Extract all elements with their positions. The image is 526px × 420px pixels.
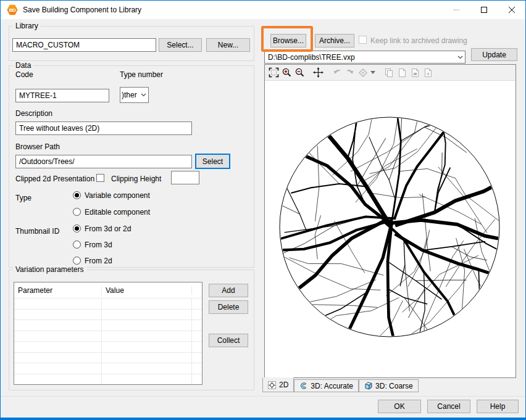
description-input[interactable]: Tree without leaves (2D) [15,121,192,135]
zoom-out-button[interactable] [293,67,306,79]
table-cell[interactable] [14,320,102,331]
library-name-input[interactable]: MACRO_CUSTOM [12,38,156,52]
radio-label: From 2d [85,257,112,265]
radio-from-3d-or-2d[interactable]: From 3d or 2d [73,224,131,233]
radio-editable-component[interactable]: Editable component [73,208,150,216]
copy-drawing-button [382,67,395,79]
collect-parameters-button[interactable]: Collect [209,334,248,347]
table-cell[interactable] [192,331,202,342]
copy-drawing-icon [384,68,394,78]
radio-variable-component[interactable]: Variable component [73,191,150,199]
zoom-in-button[interactable] [280,67,293,79]
table-row[interactable] [14,331,202,342]
help-button[interactable]: Help [477,400,519,413]
radio-indicator[interactable] [73,191,81,199]
table-cell[interactable] [14,299,102,309]
type-label: Type [15,194,31,202]
clipping-height-label: Clipping Height [111,175,161,183]
view-2d-icon [268,381,276,389]
table-row[interactable] [14,363,202,374]
code-input[interactable]: MYTREE-1 [15,89,109,102]
table-cell[interactable] [192,310,202,320]
variation-parameters-table[interactable]: ParameterValue [14,282,202,385]
update-button[interactable]: Update [471,48,517,61]
table-cell[interactable] [14,331,102,342]
select-library-button[interactable]: Select... [159,38,202,52]
chevron-down-icon [138,93,148,97]
tab-label: 2D [279,381,288,389]
radio-indicator[interactable] [73,208,81,216]
tree-drawing [265,81,516,377]
table-row[interactable] [14,353,202,364]
radio-from-2d[interactable]: From 2d [73,257,131,265]
table-row[interactable] [14,374,202,385]
table-cell[interactable] [102,331,192,342]
archive-path-combo[interactable]: D:\BD-complibs\TREE.vxp [264,51,465,64]
rotate-view-right-icon [345,68,355,78]
table-cell[interactable] [14,342,102,352]
ok-button[interactable]: OK [378,400,421,413]
table-cell[interactable] [102,320,192,331]
table-row[interactable] [14,342,202,353]
tab-3d-coarse[interactable]: 3D: Coarse [359,379,419,392]
clipped-2d-checkbox[interactable] [96,174,104,182]
select-path-button[interactable]: Select [195,154,230,169]
type-number-value: )ther [122,91,137,99]
zoom-extents-button[interactable] [267,67,280,79]
table-cell[interactable] [102,363,192,374]
table-cell[interactable] [102,374,192,385]
table-cell[interactable] [192,342,202,352]
center-point-dropdown-icon [370,71,375,74]
table-row[interactable] [14,299,202,310]
titlebar: BD Save Building Component to Library [1,1,525,19]
table-cell[interactable] [192,320,202,331]
radio-from-3d[interactable]: From 3d [73,241,131,249]
paste-drawing-special-icon [423,68,433,78]
rotate-view-left-icon [332,68,342,78]
table-cell[interactable] [14,310,102,320]
clipping-height-input[interactable] [171,171,199,184]
close-icon [508,6,516,14]
browser-path-input[interactable]: /Outdoors/Trees/ [15,155,192,168]
browse-button[interactable]: Browse... [270,34,306,47]
table-cell[interactable] [192,353,202,363]
radio-indicator[interactable] [73,241,81,249]
table-cell[interactable] [14,353,102,363]
pan-icon [313,67,324,78]
library-group: Library MACRO_CUSTOM Select... New... [9,26,254,61]
table-cell[interactable] [192,299,202,309]
preview-canvas[interactable] [265,81,516,377]
radio-indicator[interactable] [73,224,81,233]
type-number-combo[interactable]: )ther [120,87,149,103]
table-cell[interactable] [192,374,202,385]
archive-button[interactable]: Archive... [315,34,354,47]
table-cell[interactable] [102,353,192,363]
data-legend: Data [13,61,33,70]
tab-2d[interactable]: 2D [262,377,294,392]
radio-indicator[interactable] [73,257,81,265]
view-3d-accurate-icon [299,382,307,390]
browser-path-label: Browser Path [15,142,60,151]
tab-3d-accurate[interactable]: 3D: Accurate [294,379,359,392]
table-cell[interactable] [102,342,192,352]
column-header-value: Value [102,286,192,295]
maximize-button[interactable] [470,1,498,19]
delete-parameter-button[interactable]: Delete [209,300,248,314]
table-cell[interactable] [102,299,192,309]
cancel-button[interactable]: Cancel [427,400,470,413]
table-cell[interactable] [192,363,202,374]
column-header-parameter: Parameter [14,286,102,295]
table-row[interactable] [14,320,202,331]
new-library-button[interactable]: New... [206,38,250,52]
preview-toolbar [265,65,516,81]
tab-label: 3D: Accurate [311,382,353,390]
set-center-point-button [356,67,369,79]
table-cell[interactable] [14,363,102,374]
close-button[interactable] [498,1,525,19]
table-cell[interactable] [14,374,102,385]
table-row[interactable] [14,310,202,321]
table-cell[interactable] [102,310,192,320]
add-parameter-button[interactable]: Add [209,284,248,297]
clipped-2d-label: Clipped 2d Presentation [15,175,94,183]
pan-button[interactable] [312,67,325,79]
